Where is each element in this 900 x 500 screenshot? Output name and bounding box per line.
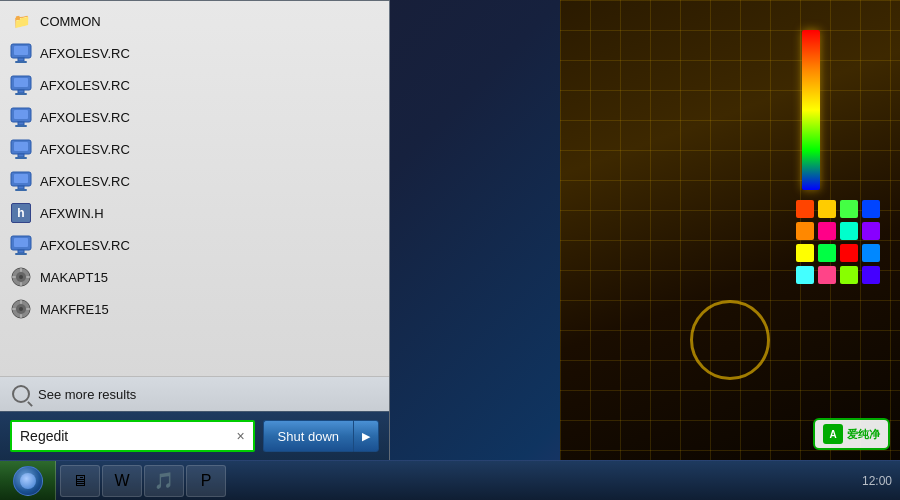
taskbar-item-3[interactable]: 🎵 xyxy=(144,465,184,497)
result-item-label: AFXOLESV.RC xyxy=(40,46,130,61)
start-orb-inner xyxy=(20,473,36,489)
result-item[interactable]: AFXOLESV.RC xyxy=(0,133,389,165)
taskbar-items: 🖥W🎵P xyxy=(56,465,854,497)
result-item[interactable]: 📁COMMON xyxy=(0,5,389,37)
folder-icon: 📁 xyxy=(10,10,32,32)
taskbar-item-2[interactable]: W xyxy=(102,465,142,497)
svg-rect-23 xyxy=(15,253,27,255)
svg-rect-21 xyxy=(14,238,28,247)
result-item-label: AFXOLESV.RC xyxy=(40,238,130,253)
taskbar-icon: 🎵 xyxy=(153,470,175,492)
h-file-icon: h xyxy=(10,202,32,224)
svg-rect-10 xyxy=(18,122,24,125)
taskbar-system-tray: 12:00 xyxy=(854,474,900,488)
search-input-wrapper: × xyxy=(10,420,255,452)
svg-rect-37 xyxy=(26,308,30,310)
taskbar-icon: P xyxy=(195,470,217,492)
svg-rect-36 xyxy=(12,308,16,310)
system-time: 12:00 xyxy=(862,474,892,488)
result-item[interactable]: h AFXWIN.H xyxy=(0,197,389,229)
search-icon xyxy=(12,385,30,403)
svg-rect-14 xyxy=(18,154,24,157)
rc-file-icon xyxy=(10,74,32,96)
svg-rect-30 xyxy=(26,276,30,278)
taskbar-item-1[interactable]: 🖥 xyxy=(60,465,100,497)
result-item[interactable]: AFXOLESV.RC xyxy=(0,229,389,261)
svg-rect-27 xyxy=(20,268,22,272)
svg-rect-6 xyxy=(18,90,24,93)
result-item[interactable]: AFXOLESV.RC xyxy=(0,37,389,69)
result-item[interactable]: AFXOLESV.RC xyxy=(0,69,389,101)
svg-rect-3 xyxy=(15,61,27,63)
svg-rect-28 xyxy=(20,282,22,286)
rc-file-icon xyxy=(10,42,32,64)
result-item-label: MAKFRE15 xyxy=(40,302,109,317)
rc-file-icon xyxy=(10,138,32,160)
rc-file-icon xyxy=(10,170,32,192)
result-item[interactable]: AFXOLESV.RC xyxy=(0,101,389,133)
search-input[interactable] xyxy=(12,422,253,450)
search-results-list: 📁COMMON AFXOLESV.RC AFXOLESV.RC AFXOL xyxy=(0,1,389,376)
watermark-text: 爱纯净 xyxy=(847,427,880,442)
rc-file-icon xyxy=(10,234,32,256)
result-item-label: AFXOLESV.RC xyxy=(40,110,130,125)
svg-rect-29 xyxy=(12,276,16,278)
result-item[interactable]: MAKFRE15 xyxy=(0,293,389,325)
see-more-label: See more results xyxy=(38,387,136,402)
taskbar-icon: W xyxy=(111,470,133,492)
svg-rect-17 xyxy=(14,174,28,183)
rc-file-icon xyxy=(10,106,32,128)
svg-rect-1 xyxy=(14,46,28,55)
svg-rect-13 xyxy=(14,142,28,151)
watermark-logo: A xyxy=(823,424,843,444)
svg-rect-5 xyxy=(14,78,28,87)
start-orb xyxy=(13,466,43,496)
result-item[interactable]: MAKAPT15 xyxy=(0,261,389,293)
shutdown-main-button[interactable]: Shut down xyxy=(263,420,353,452)
taskbar-icon: 🖥 xyxy=(69,470,91,492)
taskbar: 🖥W🎵P 12:00 xyxy=(0,460,900,500)
result-item-label: AFXOLESV.RC xyxy=(40,78,130,93)
color-bar-decoration xyxy=(802,30,820,190)
svg-rect-18 xyxy=(18,186,24,189)
result-item-label: AFXOLESV.RC xyxy=(40,142,130,157)
mak-file-icon xyxy=(10,266,32,288)
svg-rect-34 xyxy=(20,300,22,304)
watermark: A 爱纯净 xyxy=(813,418,890,450)
square-group-decoration xyxy=(796,200,880,284)
svg-rect-35 xyxy=(20,314,22,318)
bottom-bar: × Shut down ▶ xyxy=(0,411,389,460)
result-item-label: AFXOLESV.RC xyxy=(40,174,130,189)
svg-rect-19 xyxy=(15,189,27,191)
svg-rect-15 xyxy=(15,157,27,159)
taskbar-item-4[interactable]: P xyxy=(186,465,226,497)
clear-button[interactable]: × xyxy=(234,429,246,443)
svg-point-33 xyxy=(19,307,23,311)
result-item[interactable]: AFXOLESV.RC xyxy=(0,165,389,197)
see-more-results[interactable]: See more results xyxy=(0,376,389,411)
svg-rect-11 xyxy=(15,125,27,127)
sci-fi-decoration xyxy=(560,0,900,460)
start-menu: 📁COMMON AFXOLESV.RC AFXOLESV.RC AFXOL xyxy=(0,0,390,460)
result-item-label: AFXWIN.H xyxy=(40,206,104,221)
svg-rect-22 xyxy=(18,250,24,253)
svg-rect-7 xyxy=(15,93,27,95)
svg-rect-9 xyxy=(14,110,28,119)
svg-point-26 xyxy=(19,275,23,279)
mak-file-icon xyxy=(10,298,32,320)
start-button[interactable] xyxy=(0,461,56,501)
result-item-label: MAKAPT15 xyxy=(40,270,108,285)
clock-decoration xyxy=(690,300,770,380)
result-item-label: COMMON xyxy=(40,14,101,29)
shutdown-button-group: Shut down ▶ xyxy=(263,420,379,452)
svg-rect-2 xyxy=(18,58,24,61)
shutdown-arrow-button[interactable]: ▶ xyxy=(353,420,379,452)
